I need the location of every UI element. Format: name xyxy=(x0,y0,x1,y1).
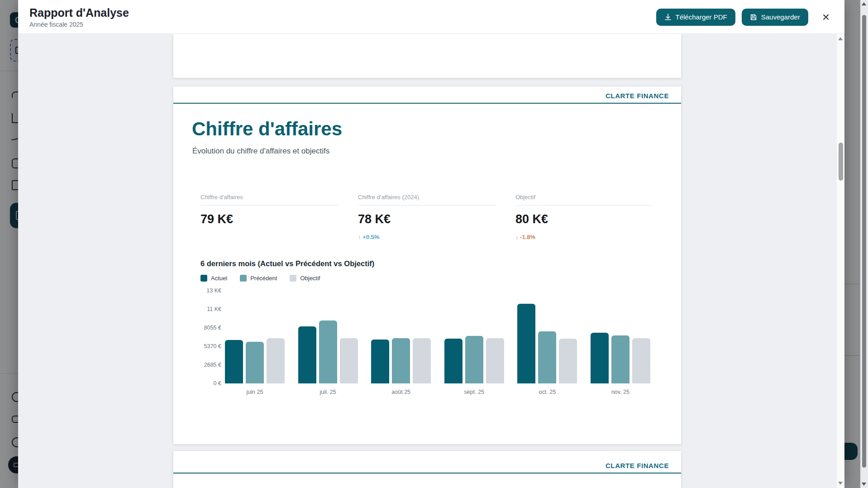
save-icon xyxy=(750,14,757,21)
download-pdf-button[interactable]: Télécharger PDF xyxy=(656,9,735,26)
bar-actuel xyxy=(225,340,243,383)
stat-delta: ↓ -1.8% xyxy=(515,234,654,240)
x-axis-tick-label: sept. 25 xyxy=(444,389,504,395)
bar-objectif xyxy=(413,338,431,383)
bar-precedent xyxy=(392,338,410,383)
y-axis-tick-label: 0 € xyxy=(214,380,221,387)
scroll-up-arrow-icon[interactable] xyxy=(862,2,866,5)
bar-objectif xyxy=(340,338,358,383)
bar-actuel xyxy=(371,340,389,383)
x-axis-tick-label: juin 25 xyxy=(225,389,285,395)
stat-label: Chiffre d'affaires xyxy=(200,194,339,206)
legend-swatch-icon xyxy=(200,275,207,282)
scroll-down-arrow-icon[interactable] xyxy=(862,483,866,486)
legend-label: Actuel xyxy=(211,275,227,282)
report-page-previous xyxy=(173,34,681,78)
close-icon[interactable]: × xyxy=(822,11,830,24)
save-label: Sauvegarder xyxy=(761,13,800,21)
x-axis-tick-label: nov. 25 xyxy=(591,389,650,395)
page-title: Chiffre d'affaires xyxy=(192,118,681,140)
y-axis-tick-label: 5370 € xyxy=(204,343,221,349)
stat-value: 78 K€ xyxy=(358,212,496,226)
bar-group: août 25 xyxy=(371,291,431,383)
scroll-up-arrow-icon[interactable] xyxy=(838,37,843,40)
scroll-down-arrow-icon[interactable] xyxy=(838,482,843,485)
chart-plot-area: juin 25juil. 25août 25sept. 25oct. 25nov… xyxy=(225,291,650,383)
modal-header: Rapport d'Analyse Année fiscale 2025 Tél… xyxy=(18,0,844,34)
bar-precedent xyxy=(611,335,630,383)
legend-label: Précédent xyxy=(250,275,277,282)
modal-scrollbar-thumb[interactable] xyxy=(839,143,843,181)
stat-value: 80 K€ xyxy=(515,212,654,226)
browser-scrollbar[interactable] xyxy=(860,0,868,488)
y-axis-tick-label: 8055 € xyxy=(204,325,221,331)
y-axis-tick-label: 13 K€ xyxy=(206,287,221,294)
report-page-next: CLARTE FINANCE xyxy=(173,451,681,488)
modal-body: CLARTE FINANCE Chiffre d'affaires Évolut… xyxy=(18,34,836,488)
bar-group: juin 25 xyxy=(225,291,285,383)
bar-precedent xyxy=(465,336,483,383)
bar-precedent xyxy=(319,321,337,383)
bar-actuel xyxy=(517,304,535,383)
legend-item: Objectif xyxy=(290,275,320,282)
chart-y-axis: 0 €2685 €5370 €8055 €11 K€13 K€ xyxy=(200,291,221,383)
bar-group: oct. 25 xyxy=(517,291,577,383)
brand-header: CLARTE FINANCE xyxy=(173,86,681,104)
page-subtitle: Évolution du chiffre d'affaires et objec… xyxy=(192,147,681,156)
bar-group: sept. 25 xyxy=(444,291,504,383)
download-pdf-label: Télécharger PDF xyxy=(676,13,727,21)
legend-swatch-icon xyxy=(290,275,296,282)
stat-delta: ↑ +0.5% xyxy=(358,234,496,240)
x-axis-tick-label: juil. 25 xyxy=(298,389,358,395)
y-axis-tick-label: 11 K€ xyxy=(207,306,221,312)
stats-row: Chiffre d'affaires79 K€Chiffre d'affaire… xyxy=(200,194,654,240)
legend-item: Précédent xyxy=(240,275,277,282)
browser-scrollbar-thumb[interactable] xyxy=(862,15,866,468)
modal-actions: Télécharger PDF Sauvegarder × xyxy=(656,0,830,34)
bar-actuel xyxy=(298,326,316,383)
stat-label: Chiffre d'affaires (2024) xyxy=(358,194,496,206)
stat-card: Chiffre d'affaires (2024)78 K€↑ +0.5% xyxy=(358,194,496,240)
legend-label: Objectif xyxy=(300,275,320,282)
report-page-revenue: CLARTE FINANCE Chiffre d'affaires Évolut… xyxy=(173,86,681,444)
download-icon xyxy=(664,14,672,21)
chart-legend: ActuelPrécédentObjectif xyxy=(200,275,654,282)
legend-swatch-icon xyxy=(240,275,247,282)
chart-title: 6 derniers mois (Actuel vs Précédent vs … xyxy=(200,259,654,268)
legend-item: Actuel xyxy=(200,275,227,282)
save-button[interactable]: Sauvegarder xyxy=(742,9,808,26)
bar-objectif xyxy=(267,338,285,383)
stat-label: Objectif xyxy=(515,194,654,206)
stat-card: Chiffre d'affaires79 K€ xyxy=(200,194,339,240)
x-axis-tick-label: août 25 xyxy=(371,389,431,395)
bar-objectif xyxy=(632,338,650,383)
bar-group: nov. 25 xyxy=(591,291,650,383)
x-axis-tick-label: oct. 25 xyxy=(517,389,577,395)
stat-card: Objectif80 K€↓ -1.8% xyxy=(515,194,654,240)
bar-objectif xyxy=(486,338,504,383)
bar-chart: 0 €2685 €5370 €8055 €11 K€13 K€ juin 25j… xyxy=(200,291,655,406)
bar-objectif xyxy=(559,339,577,383)
bar-precedent xyxy=(246,342,264,383)
brand-header: CLARTE FINANCE xyxy=(173,451,681,474)
bar-actuel xyxy=(444,339,463,383)
y-axis-tick-label: 2685 € xyxy=(204,362,221,368)
bar-group: juil. 25 xyxy=(298,291,358,383)
modal-scrollbar[interactable] xyxy=(836,34,844,488)
report-modal: Rapport d'Analyse Année fiscale 2025 Tél… xyxy=(18,0,844,488)
stat-value: 79 K€ xyxy=(200,212,339,226)
bar-precedent xyxy=(538,331,556,383)
bar-actuel xyxy=(591,333,609,383)
